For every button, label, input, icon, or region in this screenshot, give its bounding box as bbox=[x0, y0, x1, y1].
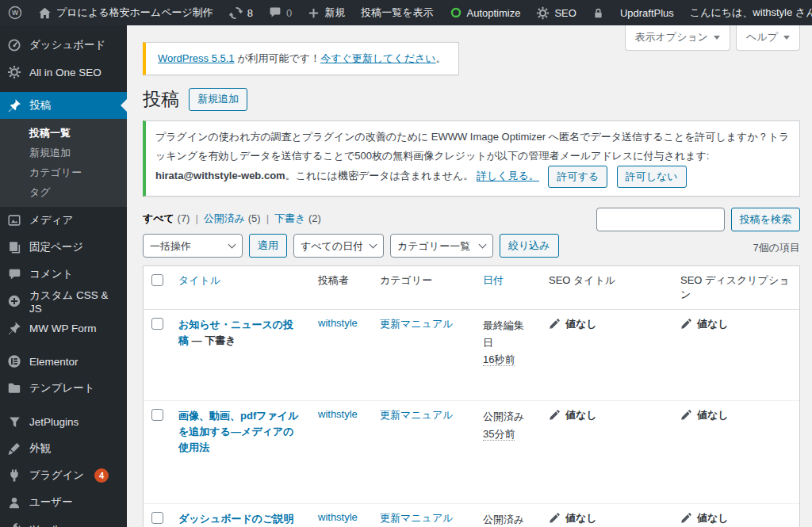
row-checkbox[interactable] bbox=[151, 512, 163, 524]
updraft-lock-link[interactable] bbox=[584, 0, 612, 25]
sidebar-item-custom-css-js[interactable]: カスタム CSS & JS bbox=[0, 288, 127, 315]
column-header-seo-description: SEO ディスクリプション bbox=[680, 274, 790, 300]
sidebar-item-templates[interactable]: テンプレート bbox=[0, 375, 127, 402]
my-account-link[interactable]: こんにちは、withstyle さん bbox=[682, 0, 812, 25]
view-posts-link[interactable]: 投稿一覧を表示 bbox=[353, 0, 441, 25]
lock-icon bbox=[592, 7, 604, 19]
sidebar-item-elementor[interactable]: Elementor bbox=[0, 348, 127, 375]
folder-icon bbox=[6, 380, 22, 396]
sidebar-item-jetplugins[interactable]: JetPlugins bbox=[0, 408, 127, 435]
sidebar-item-aioseo[interactable]: All in One SEO bbox=[0, 59, 127, 86]
learn-more-link[interactable]: 詳しく見る。 bbox=[477, 170, 539, 182]
row-checkbox[interactable] bbox=[151, 409, 163, 421]
wordpress-logo-icon: W bbox=[8, 6, 22, 20]
seo-title-edit[interactable]: 値なし bbox=[549, 511, 597, 525]
brush-icon bbox=[6, 441, 22, 456]
plugins-update-badge: 4 bbox=[94, 468, 109, 483]
filter-button[interactable]: 絞り込み bbox=[500, 234, 559, 258]
help-label: ヘルプ bbox=[746, 30, 778, 44]
sidebar-item-tools[interactable]: ツール bbox=[0, 516, 127, 527]
apply-button[interactable]: 適用 bbox=[249, 234, 287, 258]
site-name-label: プロによる格安ホームページ制作 bbox=[56, 6, 213, 20]
sidebar-submenu-item-tags[interactable]: タグ bbox=[0, 182, 127, 202]
sidebar-item-appearance[interactable]: 外観 bbox=[0, 435, 127, 462]
screen-meta: 表示オプション ヘルプ bbox=[625, 25, 800, 51]
chevron-down-icon bbox=[783, 36, 790, 40]
date-filter-select[interactable]: すべての日付 bbox=[293, 234, 384, 258]
post-title-link[interactable]: 画像、動画、pdfファイルを追加する―メディアの使用法 bbox=[178, 410, 298, 453]
author-link[interactable]: withstyle bbox=[318, 408, 358, 420]
category-link[interactable]: 更新マニュアル bbox=[380, 318, 454, 330]
update-nag-text: が利用可能です！ bbox=[235, 52, 321, 64]
seo-description-edit[interactable]: 値なし bbox=[680, 408, 729, 422]
sidebar-item-label: Elementor bbox=[29, 356, 79, 368]
new-content-link[interactable]: 新規 bbox=[300, 0, 353, 25]
post-title-link[interactable]: ダッシュボードのご説明 bbox=[178, 513, 293, 525]
seo-title-edit[interactable]: 値なし bbox=[549, 317, 597, 331]
sidebar-submenu-item-categories[interactable]: カテゴリー bbox=[0, 162, 127, 182]
screen-options-label: 表示オプション bbox=[635, 30, 709, 44]
help-tab[interactable]: ヘルプ bbox=[736, 25, 800, 51]
pencil-icon bbox=[549, 513, 560, 524]
sidebar-item-posts[interactable]: 投稿 bbox=[0, 92, 127, 119]
deny-button[interactable]: 許可しない bbox=[617, 166, 687, 188]
view-label: 下書き bbox=[274, 212, 305, 224]
category-link[interactable]: 更新マニュアル bbox=[380, 409, 454, 421]
screen-options-tab[interactable]: 表示オプション bbox=[625, 25, 731, 51]
row-checkbox[interactable] bbox=[151, 318, 163, 330]
sidebar-item-users[interactable]: ユーザー bbox=[0, 489, 127, 516]
sidebar-item-pages[interactable]: 固定ページ bbox=[0, 234, 127, 261]
view-all-link[interactable]: すべて (7) bbox=[143, 212, 204, 224]
view-published-link[interactable]: 公開済み (5) bbox=[204, 212, 274, 224]
sidebar-item-media[interactable]: メディア bbox=[0, 207, 127, 234]
table-header-row: タイトル 投稿者 カテゴリー 日付 SEO タイトル SEO ディスクリプション bbox=[144, 266, 799, 310]
select-all-checkbox[interactable] bbox=[151, 274, 163, 286]
search-row: 投稿を検索 bbox=[596, 208, 800, 231]
funnel-icon bbox=[6, 414, 22, 430]
sidebar-item-plugins[interactable]: プラグイン 4 bbox=[0, 462, 127, 489]
sidebar-item-label: ツール bbox=[29, 522, 62, 527]
sidebar-item-label: 投稿 bbox=[29, 98, 51, 113]
sort-by-title[interactable]: タイトル bbox=[178, 274, 220, 286]
updates-link[interactable]: 8 bbox=[221, 0, 261, 25]
author-link[interactable]: withstyle bbox=[318, 317, 358, 329]
category-link[interactable]: 更新マニュアル bbox=[380, 512, 454, 524]
sidebar-item-comments[interactable]: コメント bbox=[0, 261, 127, 288]
wordpress-version-link[interactable]: WordPress 5.5.1 bbox=[158, 52, 235, 64]
autoptimize-link[interactable]: Autoptimize bbox=[442, 0, 529, 25]
add-new-button[interactable]: 新規追加 bbox=[189, 88, 247, 111]
update-now-link[interactable]: 今すぐ更新してください bbox=[320, 52, 435, 64]
sidebar-submenu-item-all-posts[interactable]: 投稿一覧 bbox=[0, 123, 127, 143]
sidebar-item-label: コメント bbox=[29, 267, 73, 281]
sidebar-submenu-item-add-new[interactable]: 新規追加 bbox=[0, 143, 127, 162]
search-input[interactable] bbox=[596, 208, 725, 231]
admin-menu: ダッシュボード All in One SEO 投稿 投稿一覧 新規追加 カテゴリ… bbox=[0, 25, 127, 527]
ewww-notice-text-2: 。これには機密データは含まれません。 bbox=[285, 170, 474, 182]
site-name-link[interactable]: プロによる格安ホームページ制作 bbox=[30, 0, 221, 25]
view-count: (7) bbox=[178, 212, 190, 224]
view-draft-link[interactable]: 下書き (2) bbox=[274, 212, 321, 224]
wordpress-admin-screen: W プロによる格安ホームページ制作 8 0 新規 bbox=[0, 0, 812, 527]
sort-by-date[interactable]: 日付 bbox=[483, 274, 504, 286]
seo-description-edit[interactable]: 値なし bbox=[680, 511, 729, 525]
autoptimize-label: Autoptimize bbox=[467, 7, 521, 19]
content-area: 表示オプション ヘルプ WordPress 5.5.1 が利用可能です！今すぐ更… bbox=[127, 25, 812, 527]
wp-logo[interactable]: W bbox=[0, 0, 30, 25]
sidebar-item-mw-wp-form[interactable]: MW WP Form bbox=[0, 315, 127, 342]
post-time: 35分前 bbox=[483, 428, 515, 441]
sidebar-item-label: メディア bbox=[29, 213, 73, 227]
seo-description-edit[interactable]: 値なし bbox=[680, 317, 729, 331]
category-filter-select[interactable]: カテゴリー一覧 bbox=[390, 234, 493, 258]
sidebar-item-dashboard[interactable]: ダッシュボード bbox=[0, 32, 127, 59]
comment-icon bbox=[269, 6, 282, 19]
user-icon bbox=[6, 495, 22, 510]
seo-link[interactable]: SEO bbox=[528, 0, 584, 25]
seo-title-edit[interactable]: 値なし bbox=[549, 408, 597, 422]
updraftplus-link[interactable]: UpdraftPlus bbox=[612, 0, 682, 25]
comments-link[interactable]: 0 bbox=[261, 0, 300, 25]
search-posts-button[interactable]: 投稿を検索 bbox=[731, 208, 800, 231]
bulk-action-select[interactable]: 一括操作 bbox=[143, 234, 243, 258]
allow-button[interactable]: 許可する bbox=[548, 166, 607, 188]
author-link[interactable]: withstyle bbox=[318, 511, 358, 523]
updraftplus-label: UpdraftPlus bbox=[620, 7, 674, 19]
